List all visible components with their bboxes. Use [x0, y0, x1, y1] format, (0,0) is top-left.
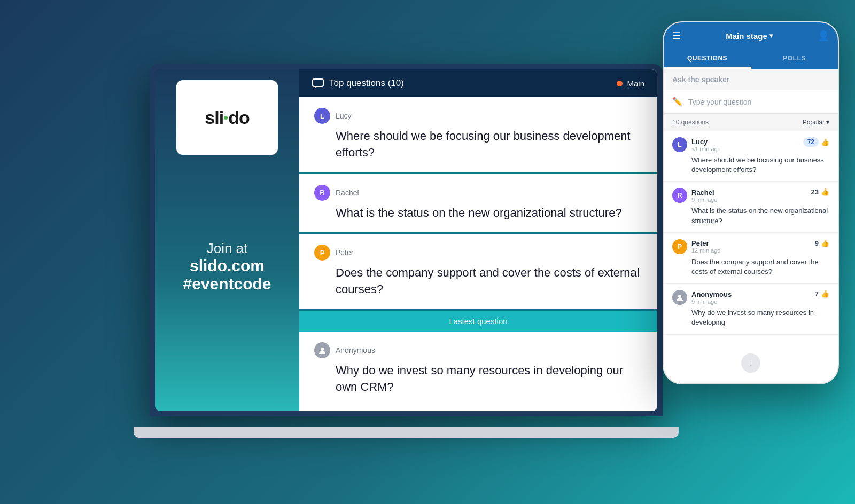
user-icon[interactable]: 👤 — [818, 30, 829, 42]
chevron-icon: ▾ — [770, 32, 773, 40]
type-placeholder: Type your question — [688, 98, 751, 106]
join-url-text: slido.com — [183, 257, 271, 275]
thumbs-up-icon-2: 👍 — [821, 188, 829, 196]
phone-q1-name: Lucy — [691, 138, 721, 146]
type-question-area[interactable]: ✏️ Type your question — [664, 90, 838, 114]
phone-q4-time: 9 min ago — [691, 298, 732, 305]
phone-main-stage[interactable]: Main stage ▾ — [726, 32, 773, 41]
sort-chevron-icon: ▾ — [826, 119, 829, 126]
question-text-3: Does the company support and cover the c… — [314, 265, 642, 298]
logo-panel: slido — [176, 80, 278, 155]
user-peter-laptop: Peter — [336, 248, 353, 257]
phone-avatar-anon — [672, 290, 687, 305]
main-stage-label: Main — [627, 79, 644, 88]
phone-question-3: P Peter 12 min ago 9 👍 Does the company … — [664, 233, 838, 284]
chat-icon — [312, 78, 324, 88]
phone-q2-text: What is the status on the new organizati… — [691, 206, 829, 225]
phone-q3-time: 12 min ago — [691, 247, 720, 254]
scroll-indicator: ↓ — [741, 353, 760, 373]
user-anon-laptop: Anonymous — [336, 346, 375, 355]
svg-point-2 — [678, 295, 681, 298]
phone-q1-text: Where should we be focusing our business… — [691, 155, 829, 175]
question-text-latest: Why do we invest so many resources in de… — [314, 363, 642, 396]
edit-icon: ✏️ — [672, 97, 683, 107]
phone-q4-name: Anonymous — [691, 290, 732, 298]
question-card-1: L Lucy Where should we be focusing our b… — [299, 97, 657, 174]
tab-polls[interactable]: POLLS — [751, 49, 838, 69]
phone-q3-text: Does the company support and cover the c… — [691, 257, 829, 277]
phone-avatar-lucy: L — [672, 137, 687, 152]
question-card-2: R Rachel What is the status on the new o… — [299, 174, 657, 234]
avatar-lucy-laptop: L — [314, 108, 330, 124]
phone-mockup: ☰ Main stage ▾ 👤 QUESTIONS POLLS Ask the… — [663, 21, 839, 384]
avatar-anon-laptop — [314, 342, 330, 358]
phone-q2-name: Rachel — [691, 188, 717, 196]
thumbs-up-icon-1: 👍 — [821, 138, 829, 146]
user-rachel-laptop: Rachel — [336, 188, 359, 197]
live-dot — [617, 81, 623, 86]
phone-header: ☰ Main stage ▾ 👤 — [664, 22, 838, 49]
ask-speaker-area: Ask the speaker — [664, 69, 838, 90]
questions-count: 10 questions — [672, 119, 709, 126]
latest-banner: Lastest question — [299, 311, 657, 332]
avatar-rachel-laptop: R — [314, 185, 330, 201]
phone-question-4: Anonymous 9 min ago 7 👍 Why do we invest… — [664, 284, 838, 334]
phone-avatar-peter: P — [672, 239, 687, 254]
phone-q3-name: Peter — [691, 239, 720, 247]
svg-point-1 — [321, 348, 324, 351]
questions-meta: 10 questions Popular ▾ — [664, 114, 838, 131]
phone-q2-time: 9 min ago — [691, 196, 717, 203]
thumbs-up-icon-4: 👍 — [821, 290, 829, 298]
phone-avatar-rachel: R — [672, 188, 687, 203]
phone-tabs: QUESTIONS POLLS — [664, 49, 838, 69]
questions-list: L Lucy Where should we be focusing our b… — [299, 97, 657, 411]
tab-questions[interactable]: QUESTIONS — [664, 49, 751, 69]
phone-q3-likes[interactable]: 9 👍 — [815, 239, 829, 247]
phone-q1-time: <1 min ago — [691, 146, 721, 152]
join-info: Join at slido.com #eventcode — [183, 240, 271, 293]
phone-question-2: R Rachel 9 min ago 23 👍 What is the stat… — [664, 182, 838, 232]
phone-q4-text: Why do we invest so many resources in de… — [691, 308, 829, 327]
phone-q2-likes[interactable]: 23 👍 — [811, 188, 829, 196]
phone-question-1: L Lucy <1 min ago 72 👍 Where should we b… — [664, 131, 838, 182]
hamburger-icon[interactable]: ☰ — [672, 30, 681, 42]
thumbs-up-icon-3: 👍 — [821, 239, 829, 247]
phone-q4-likes[interactable]: 7 👍 — [815, 290, 829, 298]
questions-header: Top questions (10) Main — [299, 69, 657, 97]
slido-logo: slido — [205, 107, 249, 128]
sort-dropdown[interactable]: Popular ▾ — [803, 119, 829, 126]
question-card-3: P Peter Does the company support and cov… — [299, 234, 657, 311]
question-text-2: What is the status on the new organizati… — [314, 205, 642, 222]
svg-rect-0 — [313, 79, 323, 86]
question-text-1: Where should we be focusing our business… — [314, 128, 642, 161]
join-code-text: #eventcode — [183, 275, 271, 293]
avatar-peter-laptop: P — [314, 245, 330, 261]
phone-q1-likes[interactable]: 72 👍 — [803, 137, 829, 147]
join-at-text: Join at — [183, 240, 271, 257]
top-questions-label: Top questions (10) — [329, 78, 404, 89]
question-card-latest: Anonymous Why do we invest so many resou… — [299, 332, 657, 411]
user-lucy-laptop: Lucy — [336, 112, 352, 120]
